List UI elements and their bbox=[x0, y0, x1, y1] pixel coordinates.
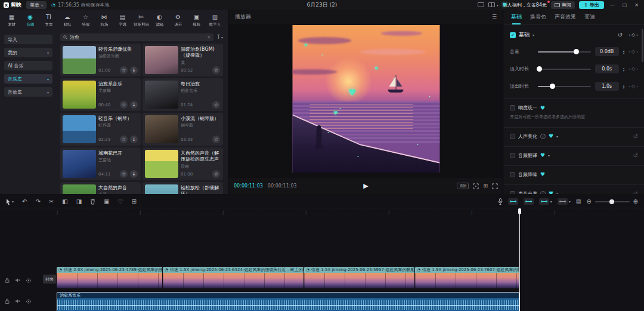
option-checkbox[interactable] bbox=[510, 172, 515, 177]
fullscreen-icon[interactable] bbox=[492, 183, 498, 189]
slider-thumb[interactable] bbox=[550, 84, 555, 89]
video-clip[interactable]: ◔ 倍速 1.5X jimeng-2025-06-23-5957-远处风车的帆船… bbox=[304, 267, 415, 288]
minimize-button[interactable]: — bbox=[608, 2, 617, 8]
favorite-star-icon[interactable]: ☆ bbox=[120, 136, 128, 143]
reset-icon[interactable]: ↺ bbox=[633, 152, 638, 159]
freeze-frame-icon[interactable]: ▣ bbox=[104, 199, 109, 205]
chevron-down-icon[interactable]: ▾ bbox=[497, 3, 499, 7]
media-toolbar-item[interactable]: ⋈ 转场 bbox=[95, 14, 113, 27]
sidebar-item[interactable]: 导入 bbox=[4, 35, 52, 44]
media-toolbar-item[interactable]: TI 文本 bbox=[39, 14, 58, 27]
download-icon[interactable]: ↓ bbox=[130, 101, 138, 109]
sidebar-item[interactable]: 我的 ▾ bbox=[4, 48, 52, 57]
lock-icon[interactable] bbox=[5, 278, 10, 283]
promo-banner[interactable]: ♥ 新人福利，立省84元 bbox=[503, 2, 547, 8]
play-button[interactable]: ▶ bbox=[363, 182, 368, 190]
redo-icon[interactable]: ↷ bbox=[35, 199, 40, 205]
reset-icon[interactable]: ↺ bbox=[618, 32, 623, 38]
film-icon[interactable]: ▤ bbox=[576, 199, 581, 204]
player-menu-icon[interactable]: ☰ bbox=[492, 14, 497, 20]
sidebar-item[interactable]: 音效库 ▾ bbox=[4, 87, 52, 97]
music-card[interactable]: 温暖治愈(BGM)（旋律版） 莫 00:52 ☆ ↓ bbox=[143, 44, 223, 76]
music-card[interactable]: 城南花已开 三亩地 04:11 ☆ ↓ bbox=[60, 147, 141, 180]
media-toolbar-item[interactable]: ◉ 音频 bbox=[21, 14, 39, 27]
review-button[interactable]: 审阅 bbox=[551, 1, 575, 9]
clear-search-icon[interactable]: ✕ bbox=[207, 35, 210, 40]
maximize-button[interactable]: □ bbox=[621, 2, 629, 8]
mute-speaker-icon[interactable] bbox=[15, 278, 20, 283]
video-clip[interactable]: ◔ 倍速 1.5X jimeng-2025-06-23-6324-远处风车的慢镜… bbox=[163, 267, 304, 288]
focus-icon[interactable] bbox=[473, 183, 479, 189]
grid-icon[interactable]: ⊞ bbox=[483, 183, 488, 189]
properties-tab[interactable]: 变速 bbox=[584, 10, 595, 24]
media-toolbar-item[interactable]: ◐ 滤镜 bbox=[150, 14, 169, 27]
sidebar-item[interactable]: AI 音乐 bbox=[4, 61, 52, 70]
basic-checkbox[interactable]: ✓ bbox=[510, 32, 516, 38]
mute-speaker-icon[interactable] bbox=[15, 298, 20, 304]
main-track-magnet-toggle[interactable] bbox=[508, 198, 518, 205]
option-checkbox[interactable] bbox=[510, 191, 515, 194]
hide-eye-icon[interactable] bbox=[26, 278, 32, 283]
parameter-value[interactable]: 0.0dB bbox=[595, 47, 619, 56]
mask-icon[interactable]: ♡ bbox=[118, 199, 123, 205]
export-button[interactable]: ⇧ 导出 bbox=[579, 1, 604, 9]
keyframe-control[interactable]: ‹ ◇ › bbox=[628, 84, 638, 89]
close-button[interactable]: ✕ bbox=[633, 2, 640, 8]
hide-eye-icon[interactable] bbox=[26, 299, 32, 304]
prev-keyframe-icon[interactable]: ‹ bbox=[628, 33, 630, 38]
crop-icon[interactable]: ⊞ bbox=[132, 199, 137, 205]
music-card[interactable]: 治愈系音乐 半夏蝉 00:40 ☆ ↓ bbox=[60, 78, 141, 111]
media-toolbar-item[interactable]: ▥ 数字人 bbox=[206, 14, 224, 27]
option-checkbox[interactable] bbox=[510, 134, 515, 139]
media-toolbar-item[interactable]: ▣ 模板 bbox=[187, 14, 206, 27]
menu-button[interactable]: 菜单 ▾ bbox=[26, 1, 47, 9]
select-cursor-button[interactable]: ▾ bbox=[6, 199, 14, 205]
filter-button[interactable]: T ▾ bbox=[217, 35, 223, 40]
favorite-star-icon[interactable]: ☆ bbox=[120, 170, 128, 178]
parameter-value[interactable]: 0.0s bbox=[595, 64, 619, 73]
parameter-value[interactable]: 1.0s bbox=[595, 82, 619, 91]
favorite-star-icon[interactable]: ☆ bbox=[120, 66, 128, 74]
properties-tab[interactable]: 换音色 bbox=[530, 10, 546, 24]
timeline-ruler[interactable] bbox=[0, 208, 644, 216]
music-card[interactable]: 轻音乐舒缓优美 治愈音乐圈 01:00 ☆ ↓ bbox=[60, 44, 141, 76]
timeline-zoom-slider[interactable] bbox=[595, 201, 630, 202]
music-card[interactable]: 轻松放松（舒缓解压） 解压放松治愈 ☆ ↓ bbox=[143, 182, 223, 194]
trim-left-icon[interactable]: ◧ bbox=[62, 199, 67, 205]
media-toolbar-item[interactable]: ⚙ 调节 bbox=[169, 14, 187, 27]
favorite-star-icon[interactable]: ☆ bbox=[212, 66, 220, 74]
split-icon[interactable]: ✂ bbox=[49, 199, 54, 205]
chevron-down-icon[interactable]: ▾ bbox=[548, 153, 550, 158]
slider-track[interactable] bbox=[538, 69, 591, 70]
value-stepper[interactable]: ▴▾ bbox=[623, 67, 625, 72]
audio-clip[interactable]: 治愈系音乐 bbox=[57, 292, 519, 311]
playhead[interactable] bbox=[519, 208, 520, 311]
favorite-star-icon[interactable]: ☆ bbox=[212, 170, 220, 178]
lock-icon[interactable] bbox=[5, 298, 10, 304]
delete-icon[interactable] bbox=[90, 199, 95, 205]
search-input[interactable] bbox=[70, 35, 205, 40]
music-card[interactable]: 大自然的声音（解压放松的原生态声音） 晨曦 01:00 ☆ ↓ bbox=[143, 147, 223, 180]
download-icon[interactable]: ↓ bbox=[130, 170, 138, 178]
zoom-in-icon[interactable]: ⊕ bbox=[633, 198, 638, 205]
slider-thumb[interactable] bbox=[537, 66, 542, 72]
auto-snap-toggle[interactable] bbox=[524, 198, 534, 205]
keyframe-control[interactable]: ‹ ◇ › bbox=[628, 66, 638, 72]
trim-right-icon[interactable]: ◨ bbox=[76, 199, 82, 205]
linkage-toggle[interactable]: ▾ bbox=[539, 198, 552, 205]
preview-axis-toggle[interactable]: ▾ bbox=[558, 198, 571, 205]
reset-icon[interactable]: ↺ bbox=[633, 133, 638, 140]
chevron-down-icon[interactable]: ▾ bbox=[532, 33, 534, 37]
slider-track[interactable] bbox=[538, 86, 591, 87]
download-icon[interactable]: ↓ bbox=[130, 136, 138, 143]
properties-tab[interactable]: 声音效果 bbox=[555, 10, 576, 24]
value-stepper[interactable]: ▴▾ bbox=[623, 84, 625, 89]
keyframe-control[interactable]: ‹ ◇ › bbox=[628, 32, 638, 38]
download-icon[interactable]: ↓ bbox=[130, 66, 138, 74]
keyframe-diamond-icon[interactable]: ◇ bbox=[631, 32, 635, 38]
record-voiceover-mic-icon[interactable] bbox=[498, 198, 503, 205]
keyframe-control[interactable]: ‹ ◇ › bbox=[628, 49, 638, 54]
option-checkbox[interactable] bbox=[510, 105, 515, 110]
zoom-out-icon[interactable]: ⊖ bbox=[586, 198, 591, 205]
cover-button[interactable]: 封面 bbox=[43, 275, 56, 284]
